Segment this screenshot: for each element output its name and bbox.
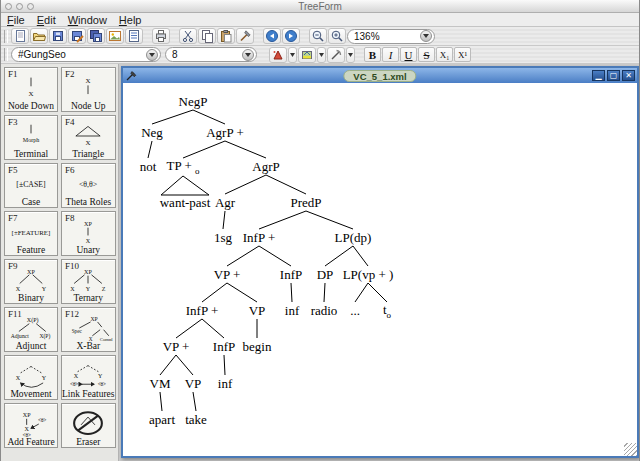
tree-node-dp[interactable]: DP	[317, 267, 334, 283]
copy-button[interactable]	[198, 28, 216, 44]
underline-button[interactable]: U	[400, 47, 417, 62]
tool-unary[interactable]: F8 XP X Unary	[61, 211, 116, 256]
tree-canvas[interactable]: NegPNegAgrP +notTP + oAgrPwant-pastAgrPr…	[123, 83, 637, 456]
zoom-out-button[interactable]	[309, 28, 327, 44]
new-document-button[interactable]	[11, 28, 29, 44]
tool-theta-roles[interactable]: F6 <θ,θ> Theta Roles	[61, 163, 116, 208]
tree-node-lpdp[interactable]: LP(dp)	[335, 230, 372, 246]
tool-node-down[interactable]: F1 X Node Down	[4, 67, 58, 112]
tool-terminal[interactable]: F3 Morph Terminal	[4, 115, 58, 160]
tree-node-take[interactable]: take	[185, 412, 207, 428]
tool-movement[interactable]: X Y Movement	[4, 355, 58, 400]
node-color-button[interactable]	[269, 47, 287, 63]
svg-text:X: X	[16, 375, 21, 381]
save-button[interactable]	[49, 28, 67, 44]
tree-node-dots[interactable]: ...	[350, 303, 360, 319]
tree-node-apart[interactable]: apart	[149, 412, 175, 428]
highlight-color-button[interactable]	[298, 47, 316, 63]
tree-node-infp3[interactable]: InfP +	[186, 303, 219, 319]
tool-triangle[interactable]: F4 X Triangle	[61, 115, 116, 160]
tool-binary[interactable]: F9 XP X Y Binary	[4, 259, 58, 304]
tree-node-vp4[interactable]: VP	[185, 376, 202, 392]
tree-node-neg[interactable]: Neg	[141, 125, 163, 141]
tree-node-begin[interactable]: begin	[243, 339, 272, 355]
line-tool-button[interactable]	[327, 47, 345, 63]
tree-node-sg1[interactable]: 1sg	[214, 230, 232, 246]
tree-node-vp1[interactable]: VP +	[214, 267, 241, 283]
tool-node-up[interactable]: F2 X Node Up	[61, 67, 116, 112]
tree-edge	[291, 283, 292, 302]
menu-edit[interactable]: Edit	[37, 14, 56, 26]
undo-button[interactable]	[263, 28, 281, 44]
bold-button[interactable]: B	[364, 47, 381, 62]
tree-node-inf2[interactable]: inf	[218, 376, 232, 392]
document-frame-titlebar[interactable]: VC_5_1.xml ▁ ▢ ✕	[123, 68, 637, 83]
tool-feature[interactable]: F7 [±FEATURE] Feature	[4, 211, 58, 256]
copy-icon	[200, 29, 214, 43]
export-image-button[interactable]	[106, 28, 124, 44]
tree-node-inf1[interactable]: inf	[285, 303, 299, 319]
tool-link-features[interactable]: X Y <θ> <θ> Link Features	[61, 355, 116, 400]
save-all-button[interactable]	[87, 28, 105, 44]
menu-window[interactable]: Window	[68, 14, 107, 26]
paste-button[interactable]	[217, 28, 235, 44]
toolbar-drag-handle[interactable]	[4, 30, 8, 43]
frame-minimize-button[interactable]: ▁	[592, 70, 605, 81]
line-tool-dropdown[interactable]	[346, 47, 355, 63]
frame-maximize-button[interactable]: ▢	[607, 70, 620, 81]
superscript-button[interactable]: X¹	[454, 47, 471, 62]
tree-node-radio[interactable]: radio	[311, 303, 338, 319]
menu-help[interactable]: Help	[119, 14, 142, 26]
tools-button[interactable]	[236, 28, 254, 44]
tree-edge	[160, 392, 162, 411]
font-select[interactable]: #GungSeo	[11, 47, 161, 62]
zoom-in-icon	[330, 29, 344, 43]
tree-node-wantpast[interactable]: want-past	[160, 195, 211, 211]
resize-grip[interactable]	[624, 443, 637, 456]
strikethrough-button[interactable]: S	[418, 47, 435, 62]
zoom-in-button[interactable]	[328, 28, 346, 44]
hammer-icon	[238, 29, 252, 43]
frame-close-button[interactable]: ✕	[622, 70, 635, 81]
tree-node-tp[interactable]: TP + o	[166, 158, 199, 176]
subscript-button[interactable]: X₁	[436, 47, 453, 62]
tree-node-vp2[interactable]: VP	[249, 303, 266, 319]
tree-node-vp3[interactable]: VP +	[163, 339, 190, 355]
treeform-window: TreeForm FileEditWindowHelp 136%	[0, 0, 640, 461]
highlight-color-dropdown[interactable]	[317, 47, 326, 63]
tree-node-lpvp[interactable]: LP(vp + )	[343, 267, 394, 283]
export-document-button[interactable]	[125, 28, 143, 44]
toolbar-drag-handle[interactable]	[4, 48, 8, 61]
print-button[interactable]	[152, 28, 170, 44]
svg-text:Y: Y	[86, 286, 91, 292]
tree-node-not[interactable]: not	[140, 159, 157, 175]
zoom-select[interactable]: 136%	[347, 29, 435, 44]
tool-ternary[interactable]: F10 XP X Y Z Ternary	[61, 259, 116, 304]
redo-button[interactable]	[282, 28, 300, 44]
tool-adjunct[interactable]: F11 X(P) Adjunct X(P) Adjunct	[4, 307, 58, 352]
node-color-dropdown[interactable]	[288, 47, 297, 63]
menu-file[interactable]: File	[7, 14, 25, 26]
svg-text:X: X	[86, 238, 91, 244]
cut-button[interactable]	[179, 28, 197, 44]
tree-node-agr[interactable]: Agr	[215, 195, 235, 211]
tree-node-infp1[interactable]: InfP +	[243, 230, 276, 246]
svg-text:X: X	[28, 90, 33, 97]
italic-button[interactable]: I	[382, 47, 399, 62]
tool-add-feature[interactable]: XP X <θ> <θ> Add Feature	[4, 403, 58, 448]
tree-node-to[interactable]: to	[383, 302, 391, 320]
tool-eraser[interactable]: Eraser	[61, 403, 116, 448]
tree-node-agrp1[interactable]: AgrP +	[206, 125, 244, 141]
tree-node-negp[interactable]: NegP	[179, 94, 208, 110]
font-size-select[interactable]: 8	[165, 47, 257, 62]
tool-x-bar[interactable]: F12 XP Spec X Compl X-Bar	[61, 307, 116, 352]
tree-node-agrp2[interactable]: AgrP	[252, 159, 279, 175]
tree-node-predp[interactable]: PredP	[290, 195, 321, 211]
tree-node-infp4[interactable]: InfP	[213, 339, 235, 355]
tool-case[interactable]: F5 [±CASE] Case	[4, 163, 58, 208]
tree-node-vm[interactable]: VM	[150, 376, 171, 392]
open-button[interactable]	[30, 28, 48, 44]
font-value: #GungSeo	[18, 49, 142, 60]
tree-node-infp2[interactable]: InfP	[280, 267, 302, 283]
save-as-button[interactable]	[68, 28, 86, 44]
